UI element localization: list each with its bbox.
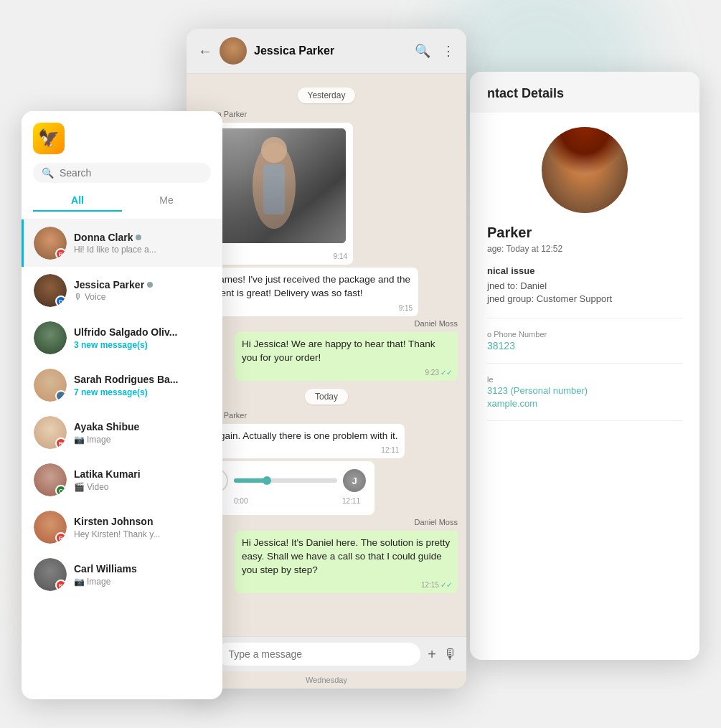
chat-day-bottom: Wednesday [187,671,466,689]
tabs-row: All Me [33,190,211,212]
msg2-text: Hi James! I've just received the package… [202,274,410,298]
contact-issue-section: nical issue jned to: Daniel jned group: … [487,265,682,318]
contact-avatar-jessica: D [34,274,67,307]
contact-preview-carl: 📷 Image [74,577,212,587]
message-input[interactable] [217,643,420,666]
contact-avatar-carl: K [34,558,67,591]
msg-sender-jessica-2: Jessica Parker [195,411,458,420]
voice-controls: ▶ J [204,468,366,493]
msg-sender-daniel-1: Daniel Moss [195,319,458,328]
msg4-time: 12:11 [381,445,399,455]
msg-sender-jessica-1: Jessica Parker [195,110,458,118]
msg5-text: Hi Jessica! It's Daniel here. The soluti… [242,537,450,575]
msg3-text: Hi Jessica! We are happy to hear that! T… [242,339,435,363]
chat-header-avatar [220,37,247,65]
contact-info-donna: Donna Clark Hi! Id like to place a... [74,232,212,255]
contact-preview-ayaka: 📷 Image [74,435,212,445]
contact-item-sarah[interactable]: 👥 Sarah Rodrigues Ba... 7 new message(s) [22,361,222,409]
contact-phone-label: o Phone Number [487,330,682,339]
msg-sender-daniel-2: Daniel Moss [195,518,458,526]
more-options-icon[interactable]: ⋮ [442,43,455,59]
avatar-badge-ayaka: R [55,438,67,449]
contacts-header: 🦅 🔍 All Me [22,111,222,219]
contact-name-carl: Carl Williams [74,563,137,575]
search-icon[interactable]: 🔍 [415,43,430,59]
chat-messages: Yesterday Jessica Parker [187,74,466,636]
avatar-badge-kirsten: R [55,532,67,544]
contact-panel-header: ntact Details [470,72,699,113]
msg5-time: 12:15✓✓ [421,580,452,590]
contact-personal-phone: 3123 (Personal number) [487,385,682,396]
contact-phone[interactable]: 38123 [487,340,682,351]
avatar-badge-jessica: D [55,296,67,307]
avatar-badge-carl: K [55,580,67,591]
contact-avatar [542,127,628,213]
chat-input-area: ☺ + 🎙 [187,636,466,671]
contact-avatar-container [487,127,682,213]
contact-avatar-latika: C [34,463,67,496]
tab-all[interactable]: All [33,190,122,212]
msg-bubble-incoming-1: Hi James! I've just received the package… [195,268,418,316]
contact-preview-latika: 🎬 Video [74,482,212,492]
contact-info-kirsten: Kirsten Johnson Hey Kirsten! Thank y... [74,515,212,539]
msg-bubble-outgoing-2: Hi Jessica! It's Daniel here. The soluti… [235,531,458,593]
msg1-time: 9:14 [334,252,347,262]
msg-bubble-incoming-2: Hi again. Actually there is one problem … [195,424,405,459]
tab-me[interactable]: Me [122,190,211,212]
msg3-time: 9:23✓✓ [425,368,452,378]
avatar-badge-sarah: 👥 [55,390,67,402]
microphone-icon[interactable]: 🎙 [443,646,458,663]
contact-item-latika[interactable]: C Latika Kumari 🎬 Video [22,456,222,504]
contact-item-ulfrido[interactable]: Ulfrido Salgado Oliv... 3 new message(s) [22,314,222,361]
contact-info-ayaka: Ayaka Shibue 📷 Image [74,420,212,445]
chat-header: ← Jessica Parker 🔍 ⋮ [187,29,466,74]
voice-icon: 🎙 [74,292,83,302]
search-icon: 🔍 [42,167,54,179]
avatar-badge-donna: R [55,248,67,260]
avatar-badge-latika: C [55,485,67,496]
msg-image-inner [202,128,346,243]
contact-name-kirsten: Kirsten Johnson [74,516,153,527]
attach-icon[interactable]: + [428,646,436,663]
chat-contact-name: Jessica Parker [254,44,407,57]
contact-item-kirsten[interactable]: R Kirsten Johnson Hey Kirsten! Thank y..… [22,504,222,551]
msg4-text: Hi again. Actually there is one problem … [202,430,397,441]
voice-dot [263,476,271,485]
contact-issue-title: nical issue [487,265,682,276]
contact-avatar-sarah: 👥 [34,369,67,402]
contact-info-jessica: Jessica Parker 🎙 Voice [74,279,212,302]
msg-bubble-outgoing-1: Hi Jessica! We are happy to hear that! T… [235,332,458,381]
contact-name-ayaka: Ayaka Shibue [74,421,139,432]
contact-personal-section: le 3123 (Personal number) xample.com [487,375,682,421]
contact-item-ayaka[interactable]: R Ayaka Shibue 📷 Image [22,409,222,456]
image-icon-carl: 📷 [74,577,85,587]
search-bar: 🔍 [33,163,211,183]
contact-assigned-to: jned to: Daniel [487,280,682,291]
msg2-time: 9:15 [399,303,413,313]
contact-phone-section: o Phone Number 38123 [487,330,682,364]
day-label-today: Today [195,389,458,402]
contact-preview-kirsten: Hey Kirsten! Thank y... [74,529,212,539]
contact-name-latika: Latika Kumari [74,468,141,480]
contact-item-carl[interactable]: K Carl Williams 📷 Image [22,551,222,598]
voice-time-label: 0:00 12:11 [204,497,366,508]
back-button[interactable]: ← [198,43,212,60]
contact-info-latika: Latika Kumari 🎬 Video [74,468,212,492]
contact-list: R Donna Clark Hi! Id like to place a... … [22,219,222,699]
contact-panel-title: ntact Details [487,86,564,100]
contact-avatar-ulfrido [34,321,67,354]
msg-image [202,128,346,243]
contact-info-sarah: Sarah Rodrigues Ba... 7 new message(s) [74,373,212,397]
contact-item-donna[interactable]: R Donna Clark Hi! Id like to place a... [22,219,222,267]
voice-waveform [234,478,337,483]
contact-email[interactable]: xample.com [487,398,682,409]
search-input[interactable] [60,167,202,179]
app-icon: 🦅 [33,123,65,154]
svg-rect-4 [263,164,285,214]
contacts-panel: 🦅 🔍 All Me R Donna Clark Hi! Id like to … [22,111,222,699]
contact-email-label: le [487,375,682,384]
contact-info-ulfrido: Ulfrido Salgado Oliv... 3 new message(s) [74,326,212,350]
contact-avatar-face [542,127,628,213]
contact-item-jessica[interactable]: D Jessica Parker 🎙 Voice [22,267,222,314]
contact-preview-donna: Hi! Id like to place a... [74,245,212,255]
